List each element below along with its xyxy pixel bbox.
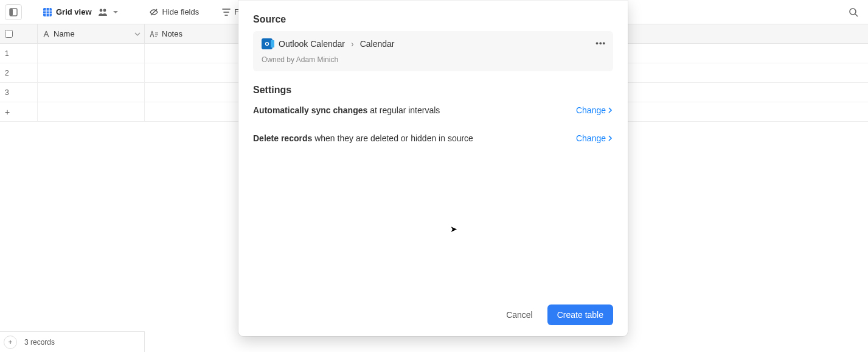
hide-fields-label: Hide fields	[162, 7, 200, 16]
svg-rect-1	[10, 9, 13, 16]
text-field-icon	[43, 30, 50, 38]
select-all-cell[interactable]	[0, 24, 38, 43]
setting-sync-bold: Automatically sync changes	[253, 105, 367, 115]
people-icon	[98, 8, 108, 16]
svg-point-3	[99, 9, 102, 12]
hide-fields-button[interactable]: Hide fields	[144, 4, 204, 19]
setting-delete-row: Delete records when they are deleted or …	[253, 133, 613, 143]
chevron-right-icon	[607, 133, 613, 143]
source-menu-button[interactable]: •••	[595, 38, 606, 48]
source-owner: Owned by Adam Minich	[262, 55, 605, 64]
source-card: O Outlook Calendar › Calendar Owned by A…	[253, 31, 613, 71]
toggle-sidebar-button[interactable]	[5, 4, 22, 20]
filter-icon	[222, 8, 231, 16]
svg-rect-2	[43, 8, 52, 16]
chevron-down-icon	[113, 9, 119, 15]
change-delete-button[interactable]: Change	[576, 133, 613, 143]
source-app-label: Outlook Calendar	[279, 39, 345, 49]
cell[interactable]	[38, 63, 145, 82]
chevron-down-icon[interactable]	[134, 31, 141, 37]
add-record-button[interactable]: +	[4, 336, 17, 349]
record-count: 3 records	[24, 338, 55, 347]
cell[interactable]	[38, 44, 145, 63]
source-item-label: Calendar	[360, 39, 395, 49]
row-number: 3	[0, 83, 38, 102]
row-number: 2	[0, 63, 38, 82]
column-header-name[interactable]: Name	[38, 24, 145, 43]
svg-line-7	[855, 14, 858, 16]
long-text-icon	[150, 30, 158, 38]
chevron-right-icon	[607, 105, 613, 115]
setting-delete-bold: Delete records	[253, 133, 312, 143]
plus-icon: +	[0, 102, 38, 121]
search-button[interactable]	[844, 4, 863, 20]
row-number: 1	[0, 44, 38, 63]
source-section-title: Source	[253, 14, 613, 25]
column-name-label: Name	[54, 29, 75, 38]
grid-footer: + 3 records	[0, 331, 145, 352]
view-name-label: Grid view	[56, 7, 92, 16]
modal-footer: Cancel Create table	[238, 295, 628, 336]
modal-body: Source O Outlook Calendar › Calendar Own…	[238, 0, 628, 295]
create-sync-modal: Source O Outlook Calendar › Calendar Own…	[238, 0, 628, 336]
select-all-checkbox[interactable]	[5, 30, 13, 38]
setting-sync-row: Automatically sync changes at regular in…	[253, 105, 613, 115]
outlook-icon: O	[262, 38, 273, 49]
setting-delete-rest: when they are deleted or hidden in sourc…	[312, 133, 473, 143]
view-switcher[interactable]: Grid view	[38, 4, 123, 20]
panel-icon	[9, 8, 18, 16]
search-icon	[849, 7, 858, 17]
change-sync-button[interactable]: Change	[576, 105, 613, 115]
svg-point-4	[103, 9, 106, 12]
cancel-button[interactable]: Cancel	[502, 305, 536, 325]
setting-sync-rest: at regular intervals	[367, 105, 440, 115]
create-table-button[interactable]: Create table	[547, 304, 613, 325]
source-breadcrumb: O Outlook Calendar › Calendar	[262, 38, 605, 49]
svg-point-6	[850, 9, 856, 15]
plus-icon: +	[8, 338, 12, 347]
chevron-right-icon: ›	[351, 39, 354, 49]
settings-section-title: Settings	[253, 85, 613, 96]
more-icon: •••	[595, 38, 606, 48]
grid-icon	[43, 7, 52, 17]
cell[interactable]	[38, 83, 145, 102]
column-notes-label: Notes	[162, 29, 182, 38]
eye-off-icon	[149, 8, 159, 16]
